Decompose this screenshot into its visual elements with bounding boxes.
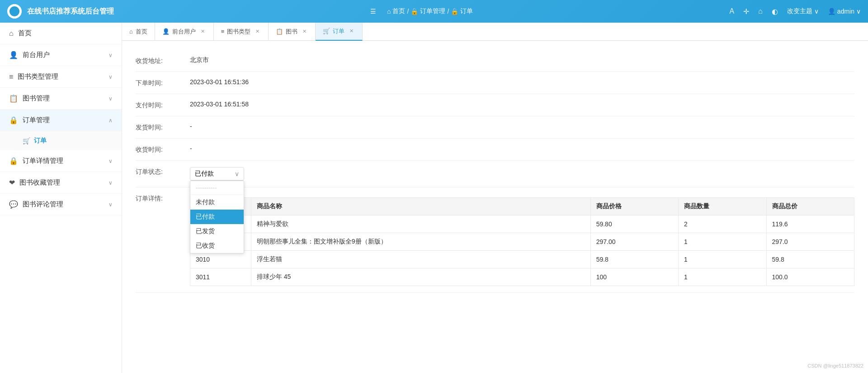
cell-name: 精神与爱欲 (251, 215, 590, 233)
book-collect-sidebar-icon: ❤ (9, 178, 15, 187)
sidebar-item-order-detail[interactable]: 🔒 订单详情管理 ∨ (0, 150, 122, 172)
tab-user-close[interactable]: ✕ (199, 28, 206, 35)
book-comment-arrow-icon: ∨ (108, 201, 113, 208)
book-type-sidebar-icon: ≡ (9, 73, 13, 81)
sidebar-item-book-manage[interactable]: 📋 图书管理 ∨ (0, 88, 122, 110)
receive-time-label: 收货时间: (136, 145, 190, 154)
site-title: 在线书店推荐系统后台管理 (27, 7, 114, 16)
tool-icon[interactable]: ✛ (743, 7, 749, 16)
cell-qty: 1 (679, 251, 766, 268)
sidebar-home-label: 首页 (18, 29, 113, 38)
main-content: ⌂ 首页 👤 前台用户 ✕ ≡ 图书类型 ✕ 📋 图书 ✕ 🛒 订单 ✕ (122, 23, 868, 373)
order-detail-arrow-icon: ∨ (108, 158, 113, 164)
cell-qty: 2 (679, 215, 766, 233)
tab-home[interactable]: ⌂ 首页 (122, 23, 155, 41)
cell-total: 100.0 (766, 268, 854, 286)
top-header: 在线书店推荐系统后台管理 ☰ ⌂ 首页 / 🔒 订单管理 / 🔒 订单 A ✛ … (0, 0, 868, 23)
sidebar-order-detail-label: 订单详情管理 (23, 157, 104, 165)
form-row-pay-time: 支付时间: 2023-03-01 16:51:58 (136, 94, 854, 116)
sidebar-item-frontend-user[interactable]: 👤 前台用户 ∨ (0, 44, 122, 66)
cell-total: 119.6 (766, 215, 854, 233)
tab-book-type[interactable]: ≡ 图书类型 ✕ (214, 23, 269, 41)
col-name: 商品名称 (251, 198, 590, 215)
dropdown-item-paid[interactable]: 已付款 (190, 210, 244, 224)
font-icon[interactable]: A (730, 7, 735, 15)
book-collect-arrow-icon: ∨ (108, 180, 113, 186)
pay-time-label: 支付时间: (136, 100, 190, 110)
breadcrumb-order[interactable]: 订单 (460, 7, 473, 15)
status-label: 订单状态: (136, 167, 190, 176)
form-row-ship-time: 发货时间: - (136, 116, 854, 139)
sidebar-sub-item-order[interactable]: 🛒 订单 (0, 131, 122, 150)
table-row: 3010 浮生若猫 59.8 1 59.8 (190, 251, 854, 268)
admin-arrow: ∨ (856, 8, 861, 15)
detail-table-wrapper: ID 商品名称 商品价格 商品数量 商品总价 3008 精神与爱欲 59.80 … (190, 194, 854, 286)
cell-name: 明朝那些事儿全集：图文增补版全9册（新版） (251, 233, 590, 251)
menu-toggle-icon[interactable]: ☰ (370, 8, 376, 15)
order-sub-label: 订单 (34, 137, 47, 145)
sidebar-order-manage-label: 订单管理 (23, 116, 104, 124)
theme-label: 改变主题 (787, 7, 812, 15)
sidebar-item-book-comment[interactable]: 💬 图书评论管理 ∨ (0, 194, 122, 215)
form-row-order-time: 下单时间: 2023-03-01 16:51:36 (136, 72, 854, 94)
detail-label: 订单详情: (136, 194, 190, 203)
header-left: 在线书店推荐系统后台管理 (7, 4, 114, 19)
sidebar-item-home[interactable]: ⌂ 首页 (0, 23, 122, 44)
header-right: A ✛ ⌂ ◐ 改变主题 ∨ 👤 admin ∨ (730, 7, 861, 16)
breadcrumb-home[interactable]: 首页 (392, 7, 405, 15)
watermark: CSDN @linge511873822 (807, 363, 863, 368)
breadcrumb-order-manage[interactable]: 订单管理 (420, 7, 445, 15)
tab-order-close[interactable]: ✕ (348, 28, 355, 34)
breadcrumb-icon-home: ⌂ (387, 8, 391, 15)
tab-user-label: 前台用户 (172, 28, 196, 36)
order-manage-sidebar-icon: 🔒 (9, 116, 18, 124)
sidebar-item-book-type[interactable]: ≡ 图书类型管理 ∨ (0, 66, 122, 88)
breadcrumb: ⌂ 首页 / 🔒 订单管理 / 🔒 订单 (387, 7, 473, 15)
dropdown-item-received[interactable]: 已收货 (190, 239, 244, 253)
sidebar-item-order-manage[interactable]: 🔒 订单管理 ∧ (0, 110, 122, 131)
table-row: 3009 明朝那些事儿全集：图文增补版全9册（新版） 297.00 1 297.… (190, 233, 854, 251)
breadcrumb-sep2: / (447, 8, 449, 15)
user-sidebar-icon: 👤 (9, 51, 18, 59)
sidebar: ⌂ 首页 👤 前台用户 ∨ ≡ 图书类型管理 ∨ 📋 图书管理 ∨ 🔒 订单管理… (0, 23, 122, 373)
status-select-container: 已付款 ∨ ---------- 未付款 已付款 已发货 已收货 (190, 167, 244, 181)
layout: ⌂ 首页 👤 前台用户 ∨ ≡ 图书类型管理 ∨ 📋 图书管理 ∨ 🔒 订单管理… (0, 23, 868, 373)
order-time-value: 2023-03-01 16:51:36 (190, 78, 249, 86)
table-row: 3011 排球少年 45 100 1 100.0 (190, 268, 854, 286)
cell-price: 297.00 (590, 233, 678, 251)
home-icon[interactable]: ⌂ (758, 7, 763, 15)
cell-total: 59.8 (766, 251, 854, 268)
cell-price: 100 (590, 268, 678, 286)
logo-inner (9, 6, 19, 16)
tab-book-icon: 📋 (276, 28, 283, 35)
cell-price: 59.8 (590, 251, 678, 268)
cell-price: 59.80 (590, 215, 678, 233)
tab-frontend-user[interactable]: 👤 前台用户 ✕ (155, 23, 214, 41)
theme-button[interactable]: 改变主题 ∨ (787, 7, 819, 15)
table-row: 3008 精神与爱欲 59.80 2 119.6 (190, 215, 854, 233)
status-select-value: 已付款 (195, 170, 214, 178)
tab-book-close[interactable]: ✕ (301, 28, 308, 35)
status-select[interactable]: 已付款 ∨ (190, 167, 244, 181)
tab-book[interactable]: 📋 图书 ✕ (269, 23, 316, 41)
sidebar-book-manage-label: 图书管理 (23, 94, 104, 103)
tab-book-type-close[interactable]: ✕ (254, 28, 261, 35)
select-arrow-icon: ∨ (235, 170, 239, 177)
sidebar-book-type-label: 图书类型管理 (18, 72, 104, 81)
admin-button[interactable]: 👤 admin ∨ (828, 8, 861, 15)
address-value: 北京市 (190, 56, 209, 64)
palette-icon[interactable]: ◐ (772, 7, 778, 16)
sidebar-item-book-collect[interactable]: ❤ 图书收藏管理 ∨ (0, 172, 122, 194)
dropdown-item-shipped[interactable]: 已发货 (190, 224, 244, 239)
home-sidebar-icon: ⌂ (9, 29, 14, 38)
tab-order[interactable]: 🛒 订单 ✕ (316, 23, 363, 41)
cell-name: 排球少年 45 (251, 268, 590, 286)
order-sub-icon: 🛒 (23, 137, 30, 144)
cell-qty: 1 (679, 268, 766, 286)
book-comment-sidebar-icon: 💬 (9, 200, 18, 209)
dropdown-item-unpaid[interactable]: 未付款 (190, 195, 244, 210)
breadcrumb-lock1: 🔒 (410, 8, 418, 15)
status-dropdown: ---------- 未付款 已付款 已发货 已收货 (190, 181, 244, 253)
ship-time-value: - (190, 123, 192, 130)
admin-user-icon: 👤 (828, 8, 835, 15)
